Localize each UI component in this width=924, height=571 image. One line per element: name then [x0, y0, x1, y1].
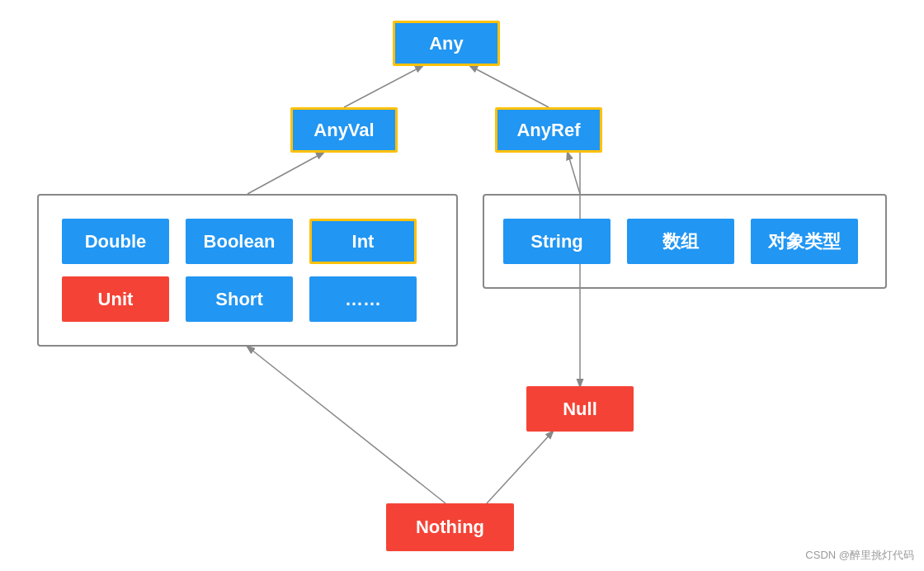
- null-node: Null: [526, 386, 634, 432]
- boolean-node: Boolean: [186, 219, 293, 264]
- anyval-node: AnyVal: [290, 107, 398, 153]
- any-node: Any: [393, 21, 500, 66]
- objtype-node: 对象类型: [751, 219, 858, 264]
- diagram: Any AnyVal AnyRef Double Boolean Int Uni…: [0, 0, 924, 571]
- svg-line-5: [248, 347, 446, 503]
- anyref-node: AnyRef: [495, 107, 602, 153]
- svg-line-0: [344, 66, 422, 107]
- watermark: CSDN @醉里挑灯代码: [805, 548, 914, 563]
- svg-line-1: [470, 66, 549, 107]
- int-node: Int: [309, 219, 417, 264]
- ellipsis-node: ……: [309, 276, 417, 322]
- string-node: String: [503, 219, 610, 264]
- svg-line-3: [568, 153, 580, 194]
- svg-line-6: [487, 432, 553, 503]
- array-node: 数组: [627, 219, 734, 264]
- double-node: Double: [62, 219, 169, 264]
- svg-line-2: [248, 153, 323, 194]
- unit-node: Unit: [62, 276, 169, 322]
- nothing-node: Nothing: [386, 503, 514, 551]
- short-node: Short: [186, 276, 293, 322]
- anyval-group-box: [37, 194, 458, 347]
